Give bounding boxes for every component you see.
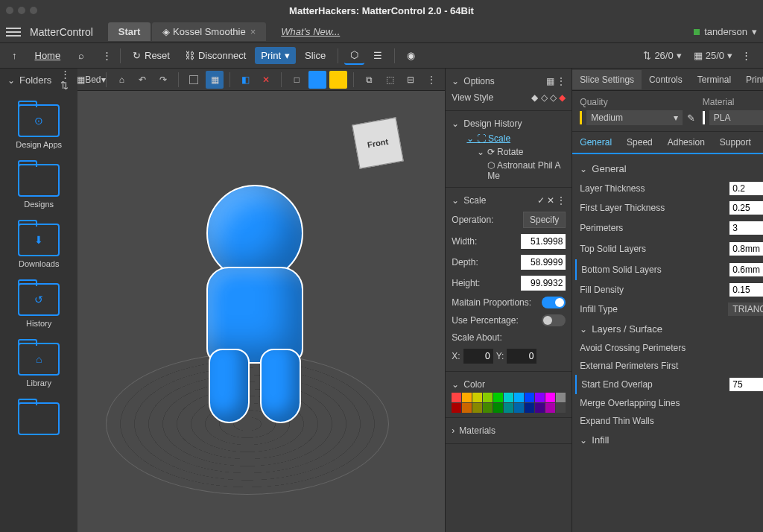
sidebar-item-downloads[interactable]: ⬇Downloads bbox=[0, 216, 77, 276]
maintain-toggle[interactable] bbox=[542, 297, 566, 308]
depth-input[interactable] bbox=[521, 255, 566, 270]
extruder-temp[interactable]: ⇅ 26/0 ▾ bbox=[643, 50, 681, 61]
color-swatch[interactable] bbox=[535, 403, 545, 413]
tree-rotate[interactable]: ⌄ ⟳ Rotate bbox=[452, 145, 566, 159]
bed-temp[interactable]: ▦ 25/0 ▾ bbox=[694, 50, 732, 61]
align-icon[interactable]: ◧ bbox=[236, 71, 254, 89]
window-controls[interactable] bbox=[6, 7, 37, 14]
grid-large-icon[interactable]: ▦ bbox=[206, 71, 224, 89]
blue-swatch-icon[interactable] bbox=[308, 71, 326, 89]
setting-input[interactable] bbox=[729, 263, 763, 276]
percentage-toggle[interactable] bbox=[542, 314, 566, 326]
bed-dropdown[interactable]: ▦ Bed ▾ bbox=[82, 71, 100, 89]
home-icon[interactable]: ⌂ bbox=[113, 71, 130, 89]
camera-icon[interactable]: ◉ bbox=[401, 47, 421, 64]
sidebar-item-library[interactable]: ⌂Library bbox=[0, 335, 77, 395]
color-swatch[interactable] bbox=[504, 393, 513, 402]
height-input[interactable] bbox=[521, 276, 566, 291]
layers-icon[interactable]: ⬚ bbox=[381, 71, 399, 89]
color-swatch[interactable] bbox=[472, 403, 482, 413]
operation-select[interactable]: Specify bbox=[523, 212, 566, 228]
box-icon[interactable]: □ bbox=[288, 71, 305, 89]
hamburger-icon[interactable] bbox=[6, 28, 21, 37]
orientation-cube[interactable]: Front bbox=[352, 117, 405, 169]
scale-x-input[interactable] bbox=[463, 349, 493, 364]
tree-mesh[interactable]: ⬡ Astronaut Phil A Me bbox=[452, 159, 566, 183]
search-icon[interactable]: ⌕ bbox=[72, 47, 90, 64]
tab-printer[interactable]: Printer × bbox=[738, 70, 763, 89]
color-swatch[interactable] bbox=[462, 393, 472, 402]
color-swatch[interactable] bbox=[514, 403, 524, 413]
tab-printer[interactable]: ◈ Kossel Smoothie× bbox=[152, 22, 266, 41]
subtab-filament[interactable]: Filament bbox=[759, 133, 763, 152]
color-swatch[interactable] bbox=[556, 403, 566, 413]
setting-input[interactable] bbox=[729, 182, 763, 195]
whats-new-link[interactable]: What's New... bbox=[281, 26, 340, 37]
more-icon[interactable]: ⋮ bbox=[422, 71, 440, 89]
color-swatch[interactable] bbox=[545, 403, 555, 413]
setting-dropdown[interactable]: TRIANGLES ▾ bbox=[728, 303, 763, 316]
close-icon[interactable]: × bbox=[250, 26, 256, 37]
yellow-swatch-icon[interactable] bbox=[329, 71, 347, 89]
options-section[interactable]: Options▦ ⋮ bbox=[452, 73, 566, 89]
folders-heading[interactable]: Folders⋮ ⇅ bbox=[0, 69, 77, 91]
design-history-section[interactable]: Design History bbox=[452, 115, 566, 132]
setting-input[interactable] bbox=[729, 221, 763, 235]
up-button[interactable]: ↑ bbox=[6, 47, 23, 64]
print-button[interactable]: Print ▾ bbox=[255, 47, 296, 64]
color-swatch[interactable] bbox=[493, 393, 503, 402]
scale-y-input[interactable] bbox=[507, 349, 536, 364]
setting-input[interactable] bbox=[729, 283, 763, 297]
view-layers-icon[interactable]: ☰ bbox=[367, 47, 388, 64]
group-infill[interactable]: Infill bbox=[580, 430, 763, 450]
3d-canvas[interactable]: Front bbox=[77, 91, 445, 532]
width-input[interactable] bbox=[521, 234, 566, 249]
subtab-support[interactable]: Support bbox=[712, 133, 759, 152]
scale-section[interactable]: Scale✓ ✕ ⋮ bbox=[452, 192, 566, 209]
home-link[interactable]: Home bbox=[29, 47, 67, 64]
model-astronaut[interactable] bbox=[188, 185, 322, 438]
group-layers-surface[interactable]: Layers / Surface bbox=[580, 319, 763, 339]
color-swatch[interactable] bbox=[493, 403, 503, 413]
setting-input[interactable] bbox=[729, 378, 763, 391]
color-swatch[interactable] bbox=[462, 403, 472, 413]
color-swatch[interactable] bbox=[514, 393, 524, 402]
color-swatch[interactable] bbox=[535, 393, 545, 402]
subtab-speed[interactable]: Speed bbox=[619, 133, 660, 152]
sidebar-item-designs[interactable]: Designs bbox=[0, 156, 77, 216]
overflow-icon[interactable]: ⋮ bbox=[735, 47, 757, 64]
delete-icon[interactable]: ✕ bbox=[257, 71, 275, 89]
split-icon[interactable]: ⊟ bbox=[402, 71, 420, 89]
color-section[interactable]: Color bbox=[452, 376, 566, 393]
reset-button[interactable]: ↻ Reset bbox=[127, 47, 176, 64]
view-3d-icon[interactable]: ⬡ bbox=[344, 46, 364, 65]
color-palette[interactable] bbox=[452, 393, 566, 413]
color-swatch[interactable] bbox=[483, 393, 493, 402]
undo-icon[interactable]: ↶ bbox=[133, 71, 151, 89]
grid-small-icon[interactable] bbox=[185, 71, 203, 89]
color-swatch[interactable] bbox=[452, 393, 461, 402]
sidebar-item-extra[interactable] bbox=[0, 395, 77, 443]
view-style-options[interactable]: ◆ ◇ ◇ ◆ bbox=[531, 92, 566, 103]
tab-controls[interactable]: Controls bbox=[642, 70, 690, 89]
color-swatch[interactable] bbox=[525, 403, 534, 413]
redo-icon[interactable]: ↷ bbox=[154, 71, 172, 89]
user-menu[interactable]: tanderson ▾ bbox=[694, 26, 757, 37]
color-swatch[interactable] bbox=[504, 403, 513, 413]
tab-terminal[interactable]: Terminal bbox=[690, 70, 738, 89]
color-swatch[interactable] bbox=[452, 403, 461, 413]
materials-section[interactable]: Materials bbox=[452, 422, 566, 439]
color-swatch[interactable] bbox=[472, 393, 482, 402]
tree-scale[interactable]: ⌄ ⛶ Scale bbox=[452, 132, 566, 145]
more-icon[interactable]: ⋮ bbox=[96, 47, 118, 64]
color-swatch[interactable] bbox=[545, 393, 555, 402]
slice-button[interactable]: Slice bbox=[299, 47, 332, 64]
color-swatch[interactable] bbox=[525, 393, 534, 402]
copy-icon[interactable]: ⧉ bbox=[360, 71, 378, 89]
material-select[interactable]: PLA▾ bbox=[709, 110, 763, 125]
color-swatch[interactable] bbox=[483, 403, 493, 413]
tab-start[interactable]: Start bbox=[108, 22, 151, 41]
quality-select[interactable]: Medium▾ bbox=[586, 110, 683, 125]
group-general[interactable]: General bbox=[580, 159, 763, 179]
sidebar-item-design-apps[interactable]: ⊙Design Apps bbox=[0, 97, 77, 156]
